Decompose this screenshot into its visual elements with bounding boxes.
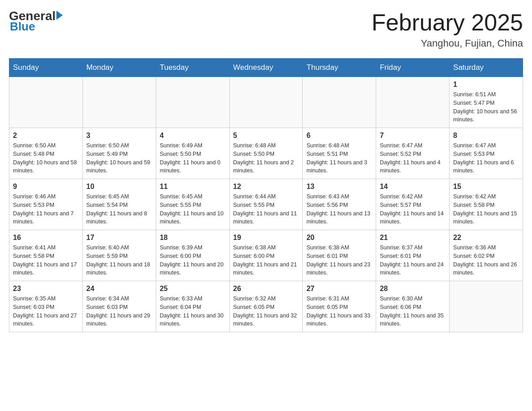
day-info: Sunrise: 6:43 AMSunset: 5:56 PMDaylight:… <box>306 193 372 226</box>
day-number: 21 <box>380 234 446 242</box>
day-number: 8 <box>453 132 519 140</box>
day-number: 24 <box>86 285 152 293</box>
calendar-cell: 4Sunrise: 6:49 AMSunset: 5:50 PMDaylight… <box>156 128 229 179</box>
weekday-header-tuesday: Tuesday <box>156 59 229 77</box>
day-info: Sunrise: 6:50 AMSunset: 5:49 PMDaylight:… <box>86 141 152 175</box>
day-info: Sunrise: 6:30 AMSunset: 6:06 PMDaylight:… <box>380 295 446 328</box>
day-info: Sunrise: 6:35 AMSunset: 6:03 PMDaylight:… <box>13 295 79 328</box>
calendar-cell: 19Sunrise: 6:38 AMSunset: 6:00 PMDayligh… <box>229 230 303 281</box>
weekday-header-row: SundayMondayTuesdayWednesdayThursdayFrid… <box>9 59 523 77</box>
day-info: Sunrise: 6:45 AMSunset: 5:54 PMDaylight:… <box>86 193 152 226</box>
day-info: Sunrise: 6:38 AMSunset: 6:00 PMDaylight:… <box>233 244 299 277</box>
week-row-3: 9Sunrise: 6:46 AMSunset: 5:53 PMDaylight… <box>9 179 523 230</box>
calendar-cell: 15Sunrise: 6:42 AMSunset: 5:58 PMDayligh… <box>450 179 523 230</box>
day-info: Sunrise: 6:34 AMSunset: 6:03 PMDaylight:… <box>86 295 152 328</box>
calendar-cell: 2Sunrise: 6:50 AMSunset: 5:48 PMDaylight… <box>9 128 83 179</box>
day-number: 14 <box>380 183 446 191</box>
weekday-header-saturday: Saturday <box>450 59 523 77</box>
day-number: 9 <box>13 183 79 191</box>
week-row-4: 16Sunrise: 6:41 AMSunset: 5:58 PMDayligh… <box>9 230 523 281</box>
day-number: 12 <box>233 183 299 191</box>
day-number: 5 <box>233 132 299 140</box>
weekday-header-monday: Monday <box>82 59 156 77</box>
calendar-table: SundayMondayTuesdayWednesdayThursdayFrid… <box>9 58 523 332</box>
calendar-cell: 27Sunrise: 6:31 AMSunset: 6:05 PMDayligh… <box>303 281 376 332</box>
day-info: Sunrise: 6:32 AMSunset: 6:05 PMDaylight:… <box>233 295 299 328</box>
day-number: 18 <box>160 234 226 242</box>
calendar-cell: 1Sunrise: 6:51 AMSunset: 5:47 PMDaylight… <box>450 77 523 128</box>
calendar-cell <box>303 77 376 128</box>
day-info: Sunrise: 6:47 AMSunset: 5:52 PMDaylight:… <box>380 141 446 175</box>
day-info: Sunrise: 6:42 AMSunset: 5:57 PMDaylight:… <box>380 193 446 226</box>
calendar-cell <box>450 281 523 332</box>
day-info: Sunrise: 6:48 AMSunset: 5:50 PMDaylight:… <box>233 141 299 175</box>
day-info: Sunrise: 6:38 AMSunset: 6:01 PMDaylight:… <box>306 244 372 277</box>
weekday-header-thursday: Thursday <box>303 59 376 77</box>
weekday-header-wednesday: Wednesday <box>229 59 303 77</box>
calendar-cell: 20Sunrise: 6:38 AMSunset: 6:01 PMDayligh… <box>303 230 376 281</box>
day-info: Sunrise: 6:36 AMSunset: 6:02 PMDaylight:… <box>453 244 519 277</box>
day-number: 17 <box>86 234 152 242</box>
calendar-cell: 14Sunrise: 6:42 AMSunset: 5:57 PMDayligh… <box>376 179 450 230</box>
calendar-cell: 7Sunrise: 6:47 AMSunset: 5:52 PMDaylight… <box>376 128 450 179</box>
day-number: 3 <box>86 132 152 140</box>
day-number: 10 <box>86 183 152 191</box>
calendar-cell: 28Sunrise: 6:30 AMSunset: 6:06 PMDayligh… <box>376 281 450 332</box>
calendar-cell: 5Sunrise: 6:48 AMSunset: 5:50 PMDaylight… <box>229 128 303 179</box>
title-section: February 2025 Yanghou, Fujian, China <box>372 9 523 49</box>
day-info: Sunrise: 6:39 AMSunset: 6:00 PMDaylight:… <box>160 244 226 277</box>
location-title: Yanghou, Fujian, China <box>372 38 523 49</box>
day-number: 6 <box>306 132 372 140</box>
calendar-cell <box>376 77 450 128</box>
day-number: 25 <box>160 285 226 293</box>
calendar-cell: 13Sunrise: 6:43 AMSunset: 5:56 PMDayligh… <box>303 179 376 230</box>
day-number: 11 <box>160 183 226 191</box>
day-number: 27 <box>306 285 372 293</box>
day-number: 20 <box>306 234 372 242</box>
calendar-cell: 18Sunrise: 6:39 AMSunset: 6:00 PMDayligh… <box>156 230 229 281</box>
day-number: 23 <box>13 285 79 293</box>
calendar-cell: 10Sunrise: 6:45 AMSunset: 5:54 PMDayligh… <box>82 179 156 230</box>
day-info: Sunrise: 6:49 AMSunset: 5:50 PMDaylight:… <box>160 141 226 175</box>
day-info: Sunrise: 6:41 AMSunset: 5:58 PMDaylight:… <box>13 244 79 277</box>
page-header: General Blue February 2025 Yanghou, Fuji… <box>9 9 523 49</box>
calendar-cell: 11Sunrise: 6:45 AMSunset: 5:55 PMDayligh… <box>156 179 229 230</box>
logo-blue-label: Blue <box>10 20 35 34</box>
calendar-cell: 8Sunrise: 6:47 AMSunset: 5:53 PMDaylight… <box>450 128 523 179</box>
day-info: Sunrise: 6:31 AMSunset: 6:05 PMDaylight:… <box>306 295 372 328</box>
day-number: 7 <box>380 132 446 140</box>
day-number: 28 <box>380 285 446 293</box>
weekday-header-sunday: Sunday <box>9 59 83 77</box>
day-info: Sunrise: 6:33 AMSunset: 6:04 PMDaylight:… <box>160 295 226 328</box>
day-info: Sunrise: 6:48 AMSunset: 5:51 PMDaylight:… <box>306 141 372 175</box>
calendar-cell: 16Sunrise: 6:41 AMSunset: 5:58 PMDayligh… <box>9 230 83 281</box>
calendar-cell: 22Sunrise: 6:36 AMSunset: 6:02 PMDayligh… <box>450 230 523 281</box>
day-number: 1 <box>453 81 519 89</box>
calendar-cell: 25Sunrise: 6:33 AMSunset: 6:04 PMDayligh… <box>156 281 229 332</box>
day-info: Sunrise: 6:51 AMSunset: 5:47 PMDaylight:… <box>453 90 519 124</box>
calendar-cell: 12Sunrise: 6:44 AMSunset: 5:55 PMDayligh… <box>229 179 303 230</box>
day-info: Sunrise: 6:42 AMSunset: 5:58 PMDaylight:… <box>453 193 519 226</box>
calendar-cell: 24Sunrise: 6:34 AMSunset: 6:03 PMDayligh… <box>82 281 156 332</box>
day-info: Sunrise: 6:47 AMSunset: 5:53 PMDaylight:… <box>453 141 519 175</box>
calendar-cell: 6Sunrise: 6:48 AMSunset: 5:51 PMDaylight… <box>303 128 376 179</box>
calendar-cell: 23Sunrise: 6:35 AMSunset: 6:03 PMDayligh… <box>9 281 83 332</box>
calendar-cell: 26Sunrise: 6:32 AMSunset: 6:05 PMDayligh… <box>229 281 303 332</box>
calendar-cell <box>156 77 229 128</box>
day-number: 22 <box>453 234 519 242</box>
day-info: Sunrise: 6:46 AMSunset: 5:53 PMDaylight:… <box>13 193 79 226</box>
week-row-5: 23Sunrise: 6:35 AMSunset: 6:03 PMDayligh… <box>9 281 523 332</box>
day-info: Sunrise: 6:50 AMSunset: 5:48 PMDaylight:… <box>13 141 79 175</box>
day-number: 2 <box>13 132 79 140</box>
day-number: 13 <box>306 183 372 191</box>
day-number: 4 <box>160 132 226 140</box>
calendar-cell <box>229 77 303 128</box>
day-info: Sunrise: 6:37 AMSunset: 6:01 PMDaylight:… <box>380 244 446 277</box>
day-number: 26 <box>233 285 299 293</box>
day-number: 15 <box>453 183 519 191</box>
calendar-cell <box>9 77 83 128</box>
week-row-2: 2Sunrise: 6:50 AMSunset: 5:48 PMDaylight… <box>9 128 523 179</box>
day-info: Sunrise: 6:45 AMSunset: 5:55 PMDaylight:… <box>160 193 226 226</box>
month-title: February 2025 <box>372 9 523 36</box>
calendar-cell: 9Sunrise: 6:46 AMSunset: 5:53 PMDaylight… <box>9 179 83 230</box>
